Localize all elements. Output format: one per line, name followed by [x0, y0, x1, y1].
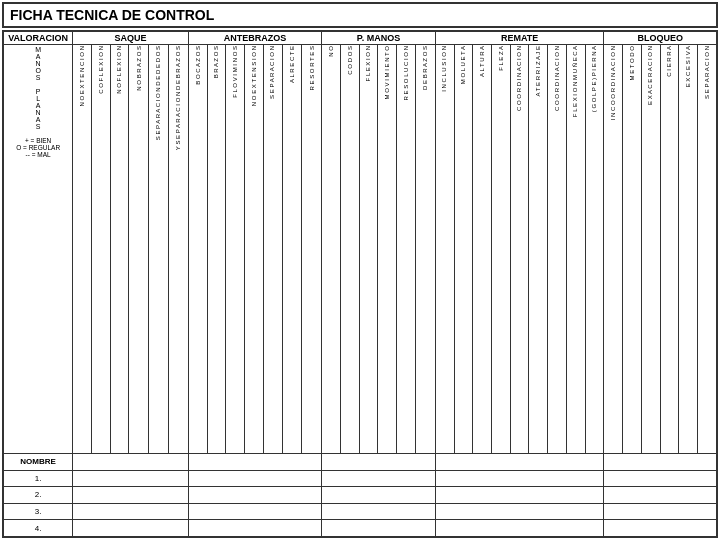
- row1-ant: [188, 470, 321, 487]
- col-saque-4: N O B R A Z O S: [129, 45, 149, 454]
- row3-pm: [322, 503, 436, 520]
- col-saque-2: C O F L E X I O N: [92, 45, 111, 454]
- row3-rem: [435, 503, 604, 520]
- col-blq-1: I N C O O R D I N A C I O N: [604, 45, 623, 454]
- nombre-blq: [604, 453, 717, 470]
- row1-blq: [604, 470, 717, 487]
- row2-blq: [604, 487, 717, 504]
- row2-ant: [188, 487, 321, 504]
- section-bloqueo: BLOQUEO: [604, 32, 717, 45]
- col-rem-8: F L E X I O N M U Ñ E C A: [566, 45, 585, 454]
- col-saque-3: N O F L E X I O N: [110, 45, 129, 454]
- page-wrapper: FICHA TECNICA DE CONTROL VALORACION SAQU…: [0, 0, 720, 540]
- col-rem-5: C O O R D I N A C I O N: [510, 45, 529, 454]
- page-title: FICHA TECNICA DE CONTROL: [2, 2, 718, 28]
- col-pm-6: D E B R A Z O S: [415, 45, 435, 454]
- row4-rem: [435, 520, 604, 537]
- col-rem-3: A L T U R A: [473, 45, 492, 454]
- row4-pm: [322, 520, 436, 537]
- nombre-label: NOMBRE: [4, 453, 73, 470]
- col-ant-6: A L R E C T E: [282, 45, 302, 454]
- col-pm-5: R E S O L U C I O N: [397, 45, 416, 454]
- section-antebrazos: ANTEBRAZOS: [188, 32, 321, 45]
- col-rem-7: C O O R D I N A C I O N: [548, 45, 567, 454]
- row1-pm: [322, 470, 436, 487]
- col-rem-4: F L E Z A: [491, 45, 510, 454]
- col-pm-2: C O D O S: [341, 45, 360, 454]
- main-table: VALORACION SAQUE ANTEBRAZOS P. MANOS REM…: [3, 31, 717, 537]
- col-saque-5: S E P A R A C I O N D E D E D O S: [149, 45, 169, 454]
- col-ant-7: R E S O R T E S: [302, 45, 322, 454]
- section-remate: REMATE: [435, 32, 604, 45]
- row1-rem: [435, 470, 604, 487]
- row2-saque: [73, 487, 189, 504]
- row3-blq: [604, 503, 717, 520]
- col-rem-2: M O L U E T A: [454, 45, 473, 454]
- col-saque-6: Y S E P A R A C I O N D E B R A Z O S: [169, 45, 189, 454]
- row4-ant: [188, 520, 321, 537]
- col-ant-1: B O C A Z O S: [188, 45, 207, 454]
- col-ant-3: F L O V I M I N O S: [226, 45, 245, 454]
- nombre-rem: [435, 453, 604, 470]
- col-pm-1: N O: [322, 45, 341, 454]
- row2-rem: [435, 487, 604, 504]
- col-blq-5: E X C E S I V A: [679, 45, 698, 454]
- nombre-saque: [73, 453, 189, 470]
- row4-saque: [73, 520, 189, 537]
- row3-saque: [73, 503, 189, 520]
- col-rem-1: I N C L U S I O N: [435, 45, 454, 454]
- nombre-pm: [322, 453, 436, 470]
- data-row-4: 4.: [4, 520, 717, 537]
- row4-blq: [604, 520, 717, 537]
- row3-ant: [188, 503, 321, 520]
- row1-saque: [73, 470, 189, 487]
- section-valoracion: VALORACION: [4, 32, 73, 45]
- col-blq-2: M E T O D O: [623, 45, 642, 454]
- col-ant-5: S E P A R A C I O N: [263, 45, 282, 454]
- col-blq-3: E X A C E R A C I O N: [641, 45, 660, 454]
- col-pm-3: F L E X I O N: [359, 45, 378, 454]
- col-pm-4: M O V I M I E N T O: [378, 45, 397, 454]
- col-rem-6: A T E R R I Z A J E: [529, 45, 548, 454]
- col-saque-1: N O E X T E N C I O N: [73, 45, 92, 454]
- nombre-row: NOMBRE: [4, 453, 717, 470]
- section-p-manos: P. MANOS: [322, 32, 436, 45]
- row2-pm: [322, 487, 436, 504]
- row1-label: 1.: [4, 470, 73, 487]
- row4-label: 4.: [4, 520, 73, 537]
- col-blq-4: C I E R R A: [660, 45, 679, 454]
- data-row-3: 3.: [4, 503, 717, 520]
- nombre-ant: [188, 453, 321, 470]
- col-blq-6: S E P A R A C I O N: [698, 45, 717, 454]
- section-saque: SAQUE: [73, 32, 189, 45]
- row3-label: 3.: [4, 503, 73, 520]
- col-rem-9: ( G O L P E ) P I E R N A: [585, 45, 604, 454]
- col-ant-4: N O E X T E N S I O N: [245, 45, 264, 454]
- legend-cell: M A N O S P L A N A S + = BIEN: [4, 45, 73, 454]
- col-ant-2: B R A Z O S: [207, 45, 226, 454]
- data-row-1: 1.: [4, 470, 717, 487]
- data-row-2: 2.: [4, 487, 717, 504]
- row2-label: 2.: [4, 487, 73, 504]
